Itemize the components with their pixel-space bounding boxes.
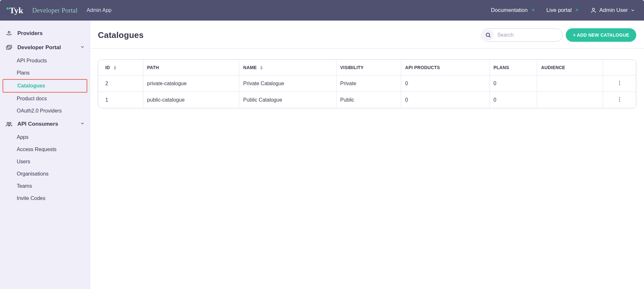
column-audience-label: AUDIENCE: [541, 65, 565, 70]
cell-plans: 0: [490, 76, 537, 92]
documentation-label: Documentation: [491, 7, 527, 14]
row-actions-button[interactable]: [617, 81, 622, 87]
row-actions-button[interactable]: [617, 98, 622, 103]
catalogues-table: ID PATH NAME: [98, 59, 636, 108]
sidebar-item-plans[interactable]: Plans: [0, 67, 90, 79]
sidebar-item-oauth2-providers[interactable]: OAuth2.0 Providers: [0, 105, 90, 117]
svg-point-8: [486, 33, 490, 37]
cell-id: 1: [98, 92, 143, 108]
app-header: Tyk Developer Portal Admin App Documenta…: [0, 0, 644, 21]
header-right: Documentation Live portal Admin User: [491, 7, 635, 14]
cell-path: public-catalogue: [143, 92, 240, 108]
cell-path: private-catalogue: [143, 76, 240, 92]
search: [481, 28, 563, 42]
column-name-label: NAME: [243, 65, 257, 70]
sidebar-item-providers[interactable]: Providers: [0, 26, 90, 41]
brand: Tyk Developer Portal Admin App: [6, 5, 111, 15]
column-name[interactable]: NAME: [239, 60, 336, 76]
user-menu[interactable]: Admin User: [590, 7, 635, 14]
svg-point-3: [8, 32, 10, 33]
sidebar-item-access-requests[interactable]: Access Requests: [0, 143, 90, 156]
chevron-down-icon: [80, 121, 85, 127]
sidebar-item-apps[interactable]: Apps: [0, 131, 90, 143]
table-area: ID PATH NAME: [90, 49, 644, 119]
sort-icon: [113, 66, 117, 70]
svg-rect-0: [6, 7, 9, 10]
sidebar-item-organisations[interactable]: Organisations: [0, 168, 90, 180]
sidebar-item-teams[interactable]: Teams: [0, 180, 90, 192]
user-name: Admin User: [599, 7, 628, 14]
page-title: Catalogues: [98, 30, 144, 40]
live-portal-link[interactable]: Live portal: [546, 7, 579, 14]
search-button[interactable]: [483, 30, 494, 41]
svg-point-12: [619, 97, 620, 98]
app-label: Admin App: [87, 7, 111, 13]
cell-name: Private Catalogue: [239, 76, 336, 92]
external-link-icon: [530, 8, 535, 13]
api-consumers-icon: [5, 120, 13, 128]
cell-id: 2: [98, 76, 143, 92]
sidebar-item-invite-codes[interactable]: Invite Codes: [0, 192, 90, 204]
cell-audience: [537, 76, 603, 92]
search-icon: [485, 32, 491, 38]
column-id-label: ID: [105, 65, 110, 70]
column-visibility[interactable]: VISIBILITY: [336, 60, 402, 76]
cell-visibility: Private: [336, 76, 402, 92]
sidebar-item-developer-portal[interactable]: Developer Portal: [0, 41, 90, 55]
column-api-products[interactable]: API PRODUCTS: [401, 60, 489, 76]
cell-visibility: Public: [336, 92, 402, 108]
column-path[interactable]: PATH: [143, 60, 240, 76]
column-visibility-label: VISIBILITY: [340, 65, 364, 70]
sidebar-item-catalogues[interactable]: Catalogues: [3, 79, 87, 93]
svg-point-6: [7, 122, 9, 124]
column-path-label: PATH: [147, 65, 159, 70]
svg-point-13: [619, 99, 620, 100]
page-header: Catalogues + ADD NEW CATALOGUE: [90, 21, 644, 49]
user-icon: [590, 7, 597, 14]
providers-icon: [5, 30, 13, 37]
svg-rect-4: [6, 46, 11, 49]
cell-api-products: 0: [401, 92, 489, 108]
sidebar-item-api-consumers[interactable]: API Consumers: [0, 117, 90, 131]
chevron-down-icon: [630, 8, 635, 13]
sidebar-label: API Consumers: [17, 121, 58, 127]
tyk-logo-icon: Tyk: [6, 5, 26, 15]
add-new-catalogue-button[interactable]: + ADD NEW CATALOGUE: [566, 28, 636, 42]
cell-audience: [537, 92, 603, 108]
external-link-icon: [574, 8, 579, 13]
svg-point-7: [9, 122, 11, 124]
sidebar-item-product-docs[interactable]: Product docs: [0, 93, 90, 105]
cell-plans: 0: [490, 92, 537, 108]
column-plans[interactable]: PLANS: [490, 60, 537, 76]
table-header-row: ID PATH NAME: [98, 60, 636, 76]
sidebar-label: Developer Portal: [17, 44, 61, 51]
sort-icon: [260, 66, 263, 70]
main-content: Catalogues + ADD NEW CATALOGUE ID: [90, 21, 644, 289]
sidebar-item-api-products[interactable]: API Products: [0, 55, 90, 67]
column-id[interactable]: ID: [98, 60, 143, 76]
chevron-down-icon: [80, 45, 85, 50]
developer-portal-icon: [5, 44, 13, 51]
sidebar-label: Providers: [17, 30, 43, 37]
live-portal-label: Live portal: [546, 7, 572, 14]
column-audience[interactable]: AUDIENCE: [537, 60, 603, 76]
column-plans-label: PLANS: [494, 65, 509, 70]
cell-name: Public Catalogue: [239, 92, 336, 108]
cell-api-products: 0: [401, 76, 489, 92]
brand-subtitle: Developer Portal: [32, 7, 78, 14]
svg-point-9: [619, 81, 620, 82]
documentation-link[interactable]: Documentation: [491, 7, 535, 14]
svg-point-2: [592, 8, 595, 10]
column-actions: [603, 60, 636, 76]
svg-text:Tyk: Tyk: [9, 6, 23, 15]
layout: Providers Developer Portal API Products …: [0, 21, 644, 289]
svg-point-11: [619, 84, 620, 85]
table-row[interactable]: 2 private-catalogue Private Catalogue Pr…: [98, 76, 636, 92]
more-vertical-icon: [617, 96, 622, 102]
column-products-label: API PRODUCTS: [405, 65, 440, 70]
svg-rect-5: [7, 45, 12, 48]
table-row[interactable]: 1 public-catalogue Public Catalogue Publ…: [98, 92, 636, 108]
more-vertical-icon: [617, 80, 622, 86]
sidebar: Providers Developer Portal API Products …: [0, 21, 90, 289]
sidebar-item-users[interactable]: Users: [0, 156, 90, 168]
